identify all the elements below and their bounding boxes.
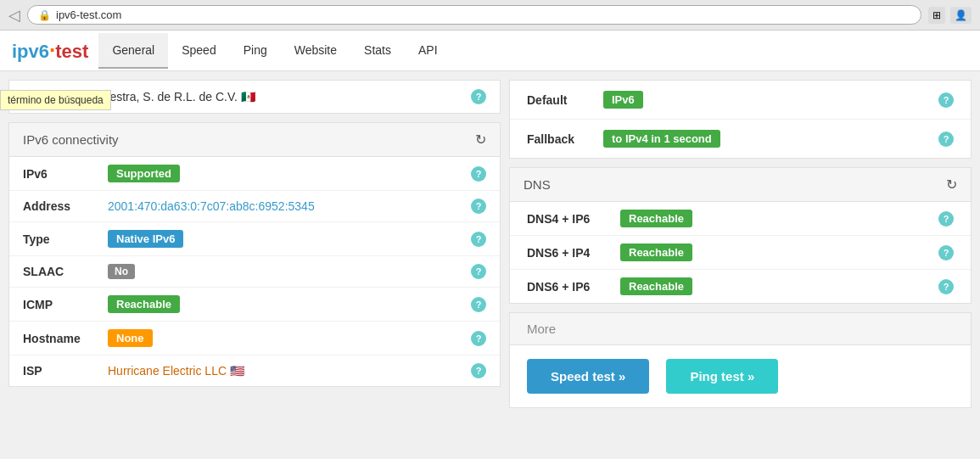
row-ipv6: IPv6 Supported ? <box>9 157 500 191</box>
logo-ipv6: ipv6 <box>12 41 49 62</box>
hostname-row-label: Hostname <box>23 332 99 345</box>
dns6-ip6-label: DNS6 + IP6 <box>527 280 612 294</box>
tab-website[interactable]: Website <box>281 33 350 69</box>
hostname-help-icon[interactable]: ? <box>471 331 486 346</box>
ipv6-refresh-icon[interactable]: ↻ <box>475 132 486 148</box>
row-icmp: ICMP Reachable ? <box>9 288 500 322</box>
dns6-ip4-row: DNS6 + IP4 Reachable ? <box>510 236 971 270</box>
nav-tabs: General Speed Ping Website Stats API <box>98 33 451 69</box>
type-row-label: Type <box>23 232 99 246</box>
dns-panel: DNS ↻ DNS4 + IP6 Reachable ? DNS6 + IP4 … <box>509 167 972 304</box>
logo-test: test <box>55 41 88 62</box>
dns6-ip6-row: DNS6 + IP6 Reachable ? <box>510 270 971 303</box>
isp-value: Alestra, S. de R.L. de C.V. 🇲🇽 <box>99 90 462 104</box>
hostname-badge: None <box>108 329 153 347</box>
more-buttons: Speed test » Ping test » <box>510 345 971 407</box>
icmp-help-icon[interactable]: ? <box>471 297 486 312</box>
row-slaac: SLAAC No ? <box>9 256 500 288</box>
dns4-ip6-badge: Reachable <box>620 210 692 227</box>
tab-ping[interactable]: Ping <box>230 33 281 69</box>
more-title: More <box>527 322 556 336</box>
dns6-ip4-badge: Reachable <box>620 243 692 261</box>
dns-refresh-icon[interactable]: ↻ <box>946 176 957 193</box>
tab-stats[interactable]: Stats <box>350 33 405 69</box>
fallback-row: Fallback to IPv4 in 1 second ? <box>510 120 971 158</box>
address-bar[interactable]: 🔒 ipv6-test.com <box>27 5 921 25</box>
profile-button[interactable]: 👤 <box>950 7 972 24</box>
browser-chrome: ◁ 🔒 ipv6-test.com ⊞ 👤 <box>0 0 980 31</box>
ipv6-row-value: Supported <box>108 165 462 182</box>
dns6-ip6-help-icon[interactable]: ? <box>938 279 954 294</box>
dns6-ip4-value: Reachable <box>620 243 930 261</box>
hostname-row-value: None <box>108 329 462 347</box>
isp-name: Alestra, S. de R.L. de C.V. <box>99 90 238 104</box>
address-row-label: Address <box>23 199 99 213</box>
type-help-icon[interactable]: ? <box>471 232 486 247</box>
default-badge: IPv6 <box>603 91 643 109</box>
address-help-icon[interactable]: ? <box>471 199 486 214</box>
nav-bar: ipv6·test General Speed Ping Website Sta… <box>0 31 980 71</box>
logo: ipv6·test <box>8 31 98 70</box>
speed-test-button[interactable]: Speed test » <box>527 359 649 394</box>
fallback-help-icon[interactable]: ? <box>938 132 954 147</box>
lock-icon: 🔒 <box>38 9 51 21</box>
dns-panel-header: DNS ↻ <box>510 168 971 202</box>
dns6-ip4-label: DNS6 + IP4 <box>527 246 612 260</box>
dns6-ip6-value: Reachable <box>620 277 930 295</box>
browser-icons: ⊞ 👤 <box>928 7 972 24</box>
icmp-row-value: Reachable <box>108 295 462 313</box>
dns4-ip6-help-icon[interactable]: ? <box>938 211 954 227</box>
fallback-badge: to IPv4 in 1 second <box>603 130 720 148</box>
row-address: Address 2001:470:da63:0:7c07:ab8c:6952:5… <box>9 191 500 222</box>
row-type: Type Native IPv6 ? <box>9 222 500 256</box>
fallback-value: to IPv4 in 1 second <box>603 130 930 148</box>
dns6-ip4-help-icon[interactable]: ? <box>938 245 954 260</box>
extensions-button[interactable]: ⊞ <box>928 7 945 24</box>
default-value: IPv6 <box>603 91 930 109</box>
ipv6-panel-title: IPv6 connectivity <box>23 132 119 147</box>
back-button[interactable]: ◁ <box>8 6 20 25</box>
tab-general[interactable]: General <box>98 33 168 69</box>
isp-ipv6-help-icon[interactable]: ? <box>471 363 486 378</box>
more-panel: More Speed test » Ping test » <box>509 312 972 408</box>
dns-panel-title: DNS <box>524 177 551 192</box>
default-fallback-panel: Default IPv6 ? Fallback to IPv4 in 1 sec… <box>509 80 972 159</box>
ipv6-panel-header: IPv6 connectivity ↻ <box>9 123 500 157</box>
right-panel: Default IPv6 ? Fallback to IPv4 in 1 sec… <box>509 80 972 408</box>
icmp-row-label: ICMP <box>23 298 99 311</box>
url-text: ipv6-test.com <box>56 8 121 21</box>
isp-ipv6-name: Hurricane Electric LLC <box>108 364 227 378</box>
slaac-badge: No <box>108 264 135 279</box>
ipv6-row-label: IPv6 <box>23 167 99 181</box>
isp-ipv6-row-label: ISP <box>23 364 99 378</box>
address-row-value: 2001:470:da63:0:7c07:ab8c:6952:5345 <box>108 199 462 213</box>
slaac-row-value: No <box>108 264 462 279</box>
left-panel: ISP Alestra, S. de R.L. de C.V. 🇲🇽 ? IPv… <box>8 80 501 408</box>
dns6-ip6-badge: Reachable <box>620 277 692 295</box>
slaac-help-icon[interactable]: ? <box>471 264 486 279</box>
icmp-badge: Reachable <box>108 295 180 313</box>
dns4-ip6-label: DNS4 + IP6 <box>527 212 612 226</box>
ipv6-help-icon[interactable]: ? <box>471 166 486 182</box>
tab-api[interactable]: API <box>405 33 451 69</box>
search-tooltip: término de búsqueda <box>0 90 111 110</box>
row-hostname: Hostname None ? <box>9 322 500 355</box>
address-link[interactable]: 2001:470:da63:0:7c07:ab8c:6952:5345 <box>108 199 315 213</box>
type-badge: Native IPv6 <box>108 230 183 248</box>
ping-test-button[interactable]: Ping test » <box>666 359 778 394</box>
dns4-ip6-value: Reachable <box>620 210 930 227</box>
default-help-icon[interactable]: ? <box>938 92 954 108</box>
row-isp-ipv6: ISP Hurricane Electric LLC 🇺🇸 ? <box>9 355 500 386</box>
dns4-ip6-row: DNS4 + IP6 Reachable ? <box>510 202 971 236</box>
tab-speed[interactable]: Speed <box>168 33 229 69</box>
more-header: More <box>510 313 971 345</box>
default-row: Default IPv6 ? <box>510 81 971 120</box>
ipv6-supported-badge: Supported <box>108 165 180 182</box>
default-label: Default <box>527 93 595 107</box>
main-content: ISP Alestra, S. de R.L. de C.V. 🇲🇽 ? IPv… <box>0 71 980 417</box>
type-row-value: Native IPv6 <box>108 230 462 248</box>
fallback-label: Fallback <box>527 132 595 146</box>
isp-ipv6-flag: 🇺🇸 <box>230 364 244 378</box>
isp-help-icon[interactable]: ? <box>471 89 486 104</box>
isp-ipv6-row-value: Hurricane Electric LLC 🇺🇸 <box>108 364 462 378</box>
